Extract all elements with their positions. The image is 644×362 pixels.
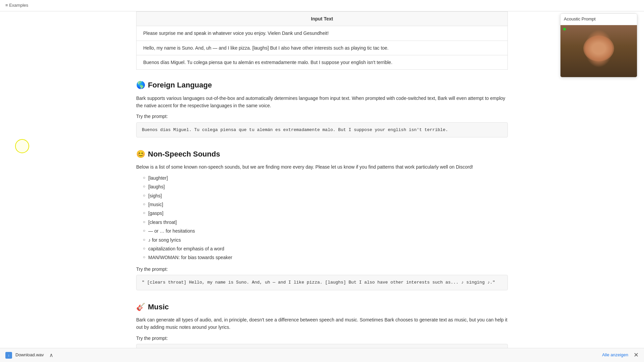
list-item: [music] xyxy=(143,201,508,208)
input-text-table: Please surprise me and speak in whatever… xyxy=(136,26,508,70)
input-text-row-2: Hello, my name is Suno. And, uh — and I … xyxy=(137,41,507,55)
foreign-language-emoji: 🌎 xyxy=(136,79,145,91)
show-all-button[interactable]: Alle anzeigen xyxy=(602,352,628,359)
foreign-language-section: 🌎 Foreign Language Bark supports various… xyxy=(136,79,508,137)
non-speech-try-label: Try the prompt: xyxy=(136,265,508,273)
non-speech-sounds-section: 😊 Non-Speech Sounds Below is a list of s… xyxy=(136,148,508,290)
examples-link[interactable]: ≡ Examples xyxy=(5,2,28,9)
list-item-capitalization: capitalization for emphasis of a word xyxy=(143,245,508,252)
foreign-language-prompt: Buenos días Miguel. Tu colega piensa que… xyxy=(136,122,508,138)
foreign-language-title: 🌎 Foreign Language xyxy=(136,79,508,91)
top-bar: ≡ Examples xyxy=(0,0,644,11)
acoustic-prompt-video xyxy=(560,25,637,77)
download-icon: ↓ xyxy=(5,352,12,359)
non-speech-sounds-emoji: 😊 xyxy=(136,148,145,160)
list-item: ♪ for song lyrics xyxy=(143,236,508,244)
list-item: [sighs] xyxy=(143,192,508,199)
music-desc: Bark can generate all types of audio, an… xyxy=(136,316,508,331)
non-speech-sounds-title: 😊 Non-Speech Sounds xyxy=(136,148,508,160)
list-item: [clears throat] xyxy=(143,219,508,226)
input-text-header: Input Text xyxy=(136,11,508,26)
video-person xyxy=(560,25,637,77)
list-item: [laughs] xyxy=(143,183,508,190)
download-bar-left: ↓ Download.wav ∧ xyxy=(5,351,53,360)
list-item: [gasps] xyxy=(143,209,508,217)
download-bar-right: Alle anzeigen ✕ xyxy=(602,350,639,360)
list-item: [laughter] xyxy=(143,174,508,182)
download-bar: ↓ Download.wav ∧ Alle anzeigen ✕ xyxy=(0,348,644,362)
foreign-language-try-label: Try the prompt: xyxy=(136,113,508,120)
music-emoji: 🎸 xyxy=(136,301,145,313)
examples-label: ≡ Examples xyxy=(5,2,28,9)
input-text-row-3: Buenos días Miguel. Tu colega piensa que… xyxy=(137,55,507,69)
music-title: 🎸 Music xyxy=(136,301,508,313)
close-download-button[interactable]: ✕ xyxy=(634,350,639,360)
non-speech-prompt: " [clears throat] Hello, my name is Suno… xyxy=(136,275,508,290)
input-text-row-1: Please surprise me and speak in whatever… xyxy=(137,26,507,41)
music-try-label: Try the prompt: xyxy=(136,335,508,342)
list-item: MAN/WOMAN: for bias towards speaker xyxy=(143,254,508,261)
list-item: — or … for hesitations xyxy=(143,227,508,235)
main-content: Input Text Please surprise me and speak … xyxy=(131,11,513,362)
non-speech-sounds-desc: Below is a list of some known non-speech… xyxy=(136,163,508,171)
download-filename: Download.wav xyxy=(15,352,44,359)
acoustic-prompt-title: Acoustic Prompt xyxy=(564,16,596,23)
non-speech-sounds-list: [laughter] [laughs] [sighs] [music] [gas… xyxy=(136,174,508,261)
input-text-section: Input Text Please surprise me and speak … xyxy=(136,11,508,70)
video-live-dot xyxy=(563,28,566,31)
acoustic-prompt-window: Acoustic Prompt xyxy=(560,13,637,77)
foreign-language-desc: Bark supports various languages out-of-t… xyxy=(136,95,508,110)
acoustic-prompt-header: Acoustic Prompt xyxy=(560,14,637,25)
download-chevron-icon[interactable]: ∧ xyxy=(49,351,53,360)
